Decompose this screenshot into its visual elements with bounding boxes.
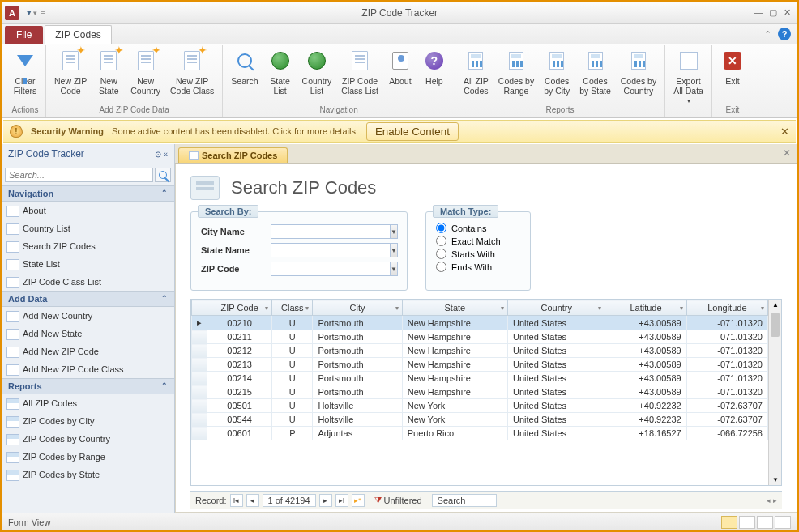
- cell[interactable]: Portsmouth: [313, 330, 402, 344]
- cell[interactable]: Adjuntas: [313, 427, 402, 440]
- cell[interactable]: P: [272, 427, 313, 440]
- cell[interactable]: United States: [508, 427, 605, 440]
- access-app-icon[interactable]: A: [5, 6, 19, 20]
- row-selector[interactable]: [192, 372, 207, 385]
- cell[interactable]: Portsmouth: [313, 372, 402, 385]
- navpane-dropdown-icon[interactable]: ⊙ «: [155, 150, 168, 159]
- cell[interactable]: 00501: [207, 399, 272, 413]
- cell[interactable]: Portsmouth: [313, 316, 402, 330]
- cell[interactable]: +40.92232: [605, 399, 686, 413]
- column-header[interactable]: State▾: [402, 300, 507, 316]
- navpane-search-input[interactable]: [5, 168, 153, 182]
- maximize-icon[interactable]: ▢: [769, 7, 777, 18]
- row-selector[interactable]: [192, 330, 207, 344]
- file-tab[interactable]: File: [5, 26, 43, 44]
- cell[interactable]: United States: [508, 399, 605, 413]
- zip-code-dropdown-icon[interactable]: ▼: [390, 262, 398, 276]
- cell[interactable]: New Hampshire: [402, 344, 507, 358]
- row-selector[interactable]: [192, 399, 207, 413]
- codes-by-range-button[interactable]: Codes by Range: [494, 45, 539, 104]
- about-button[interactable]: About: [383, 45, 417, 104]
- cell[interactable]: -071.01320: [686, 385, 767, 399]
- cell[interactable]: U: [272, 344, 313, 358]
- table-row[interactable]: 00212UPortsmouthNew HampshireUnited Stat…: [192, 344, 768, 358]
- table-row[interactable]: 00501UHoltsvilleNew YorkUnited States+40…: [192, 399, 768, 413]
- cell[interactable]: Holtsville: [313, 413, 402, 427]
- all-zip-codes-button[interactable]: All ZIP Codes: [459, 45, 494, 104]
- cell[interactable]: Portsmouth: [313, 358, 402, 372]
- cell[interactable]: 00215: [207, 385, 272, 399]
- cell[interactable]: 00544: [207, 413, 272, 427]
- codes-by-state-button[interactable]: Codes by State: [575, 45, 616, 104]
- minimize-icon[interactable]: —: [754, 7, 763, 18]
- cell[interactable]: +43.00589: [605, 316, 686, 330]
- help-button[interactable]: ?Help: [417, 45, 451, 104]
- cell[interactable]: Portsmouth: [313, 344, 402, 358]
- save-icon[interactable]: ▾: [27, 7, 32, 18]
- cell[interactable]: U: [272, 413, 313, 427]
- state-list-button[interactable]: State List: [263, 45, 297, 104]
- state-name-input[interactable]: [271, 243, 390, 257]
- table-row[interactable]: ▸00210UPortsmouthNew HampshireUnited Sta…: [192, 316, 768, 330]
- cell[interactable]: +18.16527: [605, 427, 686, 440]
- collapse-ribbon-icon[interactable]: ⌃: [764, 29, 771, 40]
- form-view-button[interactable]: [721, 516, 737, 529]
- design-view-button[interactable]: [775, 516, 791, 529]
- filter-status[interactable]: Unfiltered: [384, 496, 422, 505]
- cell[interactable]: United States: [508, 385, 605, 399]
- help-icon[interactable]: ?: [778, 28, 791, 40]
- sort-icon[interactable]: ▾: [680, 304, 683, 312]
- cell[interactable]: Holtsville: [313, 399, 402, 413]
- new-zip-class-button[interactable]: ✦ New ZIP Code Class: [165, 45, 219, 104]
- navgroup-add-data[interactable]: Add Data⌃: [2, 291, 174, 307]
- nav-item[interactable]: Country List: [2, 219, 174, 237]
- cell[interactable]: New Hampshire: [402, 330, 507, 344]
- cell[interactable]: United States: [508, 358, 605, 372]
- table-row[interactable]: 00544UHoltsvilleNew YorkUnited States+40…: [192, 413, 768, 427]
- navpane-search-button[interactable]: [155, 168, 171, 182]
- codes-by-city-button[interactable]: Codes by City: [539, 45, 575, 104]
- column-header[interactable]: ZIP Code▾: [207, 300, 272, 316]
- layout-view-button[interactable]: [757, 516, 773, 529]
- qat-more-icon[interactable]: ▾: [33, 9, 37, 17]
- cell[interactable]: 00213: [207, 358, 272, 372]
- nav-item[interactable]: About: [2, 202, 174, 219]
- cell[interactable]: New Hampshire: [402, 316, 507, 330]
- row-selector-header[interactable]: [192, 300, 207, 316]
- navgroup-reports[interactable]: Reports⌃: [2, 378, 174, 394]
- cell[interactable]: 00212: [207, 344, 272, 358]
- country-list-button[interactable]: Country List: [297, 45, 337, 104]
- cell[interactable]: +43.00589: [605, 372, 686, 385]
- cell[interactable]: -071.01320: [686, 316, 767, 330]
- column-header[interactable]: Latitude▾: [605, 300, 686, 316]
- table-row[interactable]: 00214UPortsmouthNew HampshireUnited Stat…: [192, 372, 768, 385]
- cell[interactable]: +43.00589: [605, 385, 686, 399]
- city-name-dropdown-icon[interactable]: ▼: [390, 224, 398, 239]
- horizontal-scrollbar[interactable]: ◂ ▸: [767, 496, 777, 504]
- next-record-button[interactable]: ▸: [319, 494, 332, 507]
- cell[interactable]: United States: [508, 316, 605, 330]
- tab-zip-codes[interactable]: ZIP Codes: [45, 25, 111, 44]
- navpane-title[interactable]: ZIP Code Tracker ⊙ «: [2, 144, 174, 164]
- close-icon[interactable]: ✕: [784, 7, 791, 18]
- cell[interactable]: +43.00589: [605, 358, 686, 372]
- match-ends-radio[interactable]: [436, 262, 446, 272]
- new-zip-code-button[interactable]: ✦ New ZIP Code: [49, 45, 92, 104]
- nav-item[interactable]: ZIP Codes by Country: [2, 430, 174, 448]
- datasheet-view-button[interactable]: [739, 516, 755, 529]
- row-selector[interactable]: [192, 344, 207, 358]
- first-record-button[interactable]: I◂: [230, 494, 243, 507]
- new-country-button[interactable]: ✦ New Country: [126, 45, 165, 104]
- nav-item[interactable]: Search ZIP Codes: [2, 237, 174, 255]
- new-record-button[interactable]: ▸*: [352, 494, 365, 507]
- state-name-dropdown-icon[interactable]: ▼: [390, 243, 398, 257]
- record-search-box[interactable]: Search: [432, 494, 497, 507]
- cell[interactable]: New York: [402, 399, 507, 413]
- sort-icon[interactable]: ▾: [306, 304, 309, 312]
- zip-code-input[interactable]: [271, 262, 390, 276]
- cell[interactable]: -071.01320: [686, 358, 767, 372]
- cell[interactable]: New York: [402, 413, 507, 427]
- search-button[interactable]: Search: [226, 45, 263, 104]
- row-selector[interactable]: [192, 385, 207, 399]
- sort-icon[interactable]: ▾: [265, 304, 268, 312]
